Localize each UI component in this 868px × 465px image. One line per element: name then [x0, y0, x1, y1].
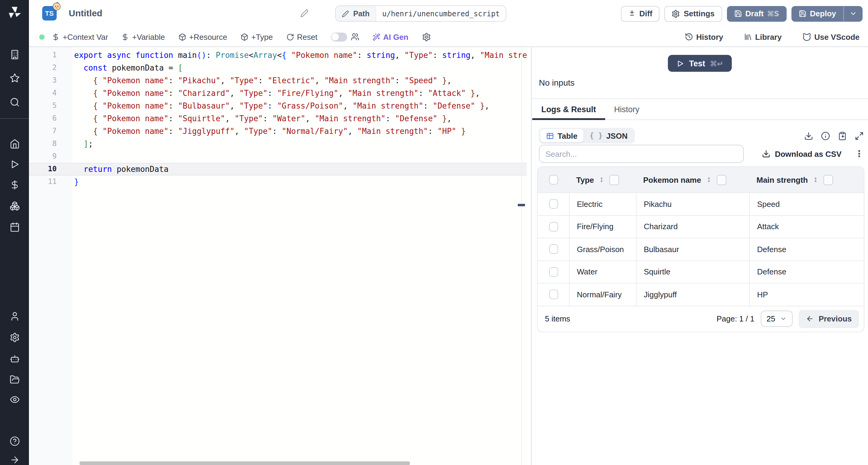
code-editor[interactable]: 1234567891011 export async function main…	[29, 47, 527, 465]
page-indicator: Page: 1 / 1	[716, 314, 754, 323]
code-line[interactable]: { "Pokemon name": "Jigglypuff", "Type": …	[72, 125, 527, 138]
reset-button[interactable]: Reset	[286, 32, 317, 41]
sort-icon[interactable]	[598, 176, 606, 183]
tab-history[interactable]: History	[614, 99, 640, 119]
table-row[interactable]: Grass/PoisonBulbasaurDefense	[538, 238, 864, 260]
table-cell: Squirtle	[636, 261, 749, 283]
editor-horizontal-scrollbar[interactable]	[80, 461, 410, 465]
run-panel: Test ⌘↵ No inputs Logs & Result History …	[532, 47, 868, 465]
page-size-select[interactable]: 25	[761, 311, 793, 327]
code-line[interactable]: { "Pokemon name": "Squirtle", "Type": "W…	[72, 112, 527, 125]
download-result-icon[interactable]	[804, 131, 813, 140]
sort-icon[interactable]	[812, 176, 819, 183]
resources-icon[interactable]	[9, 201, 20, 211]
use-vscode-button[interactable]: Use VScode	[802, 32, 860, 41]
row-checkbox[interactable]	[549, 290, 558, 299]
table-cell: Electric	[569, 193, 636, 215]
table-menu-icon[interactable]: ⋮	[855, 149, 864, 158]
help-icon[interactable]	[9, 436, 20, 446]
copy-to-clipboard-icon[interactable]	[838, 131, 847, 140]
ai-gen-button[interactable]: AI Gen	[372, 32, 408, 41]
dollar-icon	[52, 33, 60, 41]
table-row[interactable]: ElectricPikachuSpeed	[538, 193, 864, 215]
code-line[interactable]	[72, 150, 527, 163]
download-csv-button[interactable]: Download as CSV	[758, 149, 845, 159]
search-icon[interactable]	[9, 97, 20, 107]
table-icon	[546, 132, 554, 140]
result-actions	[804, 131, 864, 140]
code-line[interactable]: export async function main(): Promise<Ar…	[72, 49, 527, 61]
code-line[interactable]: }	[72, 175, 527, 188]
column-option-checkbox[interactable]	[824, 175, 833, 185]
expand-sidebar-icon[interactable]	[9, 455, 20, 465]
row-checkbox[interactable]	[549, 199, 558, 209]
editor-settings-button[interactable]	[422, 32, 431, 41]
schedules-icon[interactable]	[9, 222, 20, 232]
code-line[interactable]: { "Pokemon name": "Charizard", "Type": "…	[72, 87, 527, 99]
history-button[interactable]: History	[685, 32, 723, 41]
history-icon	[685, 33, 693, 41]
chevron-down-icon[interactable]	[849, 10, 857, 18]
folders-icon[interactable]	[9, 375, 20, 385]
search-input[interactable]	[539, 145, 744, 163]
editor-vertical-scrollbar[interactable]	[521, 47, 522, 465]
add-variable-button[interactable]: +Variable	[121, 32, 165, 41]
favorites-icon[interactable]	[9, 73, 20, 83]
chevron-down-icon	[780, 315, 786, 322]
library-button[interactable]: Library	[744, 32, 782, 41]
path-value: u/henri/unencumbered_script	[376, 6, 506, 21]
runs-icon[interactable]	[9, 159, 20, 170]
result-table: TypePokemon nameMain strength ElectricPi…	[537, 167, 864, 332]
audit-logs-icon[interactable]	[9, 395, 20, 405]
add-type-button[interactable]: +Type	[241, 32, 273, 41]
collaborator-avatar	[52, 1, 61, 11]
table-row[interactable]: Normal/FairyJigglypuffHP	[538, 283, 864, 306]
code-area[interactable]: export async function main(): Promise<Ar…	[72, 47, 527, 465]
table-row[interactable]: WaterSquirtleDefense	[538, 260, 864, 283]
row-checkbox[interactable]	[549, 267, 558, 277]
draft-button[interactable]: Draft ⌘S	[727, 6, 786, 21]
code-line[interactable]: const pokemonData = [	[72, 61, 527, 74]
column-option-checkbox[interactable]	[717, 175, 726, 185]
path-label-chip[interactable]: Path	[336, 6, 376, 21]
windmill-logo-icon[interactable]	[7, 5, 22, 20]
gear-icon	[422, 32, 431, 41]
add-context-var-button[interactable]: +Context Var	[52, 32, 108, 41]
code-line[interactable]: ];	[72, 138, 527, 150]
code-line[interactable]: { "Pokemon name": "Bulbasaur", "Type": "…	[72, 99, 527, 112]
table-body: ElectricPikachuSpeedFire/FlyingCharizard…	[538, 193, 864, 306]
dollar-icon	[121, 33, 129, 41]
table-cell: Bulbasaur	[636, 238, 749, 260]
workspace-settings-icon[interactable]	[9, 332, 20, 343]
variables-icon[interactable]	[9, 180, 20, 190]
sort-icon[interactable]	[705, 176, 712, 183]
code-line[interactable]: return pokemonData	[72, 163, 527, 175]
workspace-icon[interactable]	[9, 50, 20, 60]
deploy-button[interactable]: Deploy	[791, 6, 863, 21]
view-table-button[interactable]: Table	[540, 129, 584, 142]
expand-icon[interactable]	[855, 131, 864, 140]
row-checkbox[interactable]	[549, 244, 558, 254]
info-icon[interactable]	[821, 131, 830, 140]
workers-icon[interactable]	[9, 353, 20, 364]
package-icon	[241, 33, 248, 41]
diff-button[interactable]: Diff	[621, 6, 659, 21]
table-cell: Attack	[749, 215, 864, 238]
home-icon[interactable]	[9, 139, 20, 149]
tab-logs-result[interactable]: Logs & Result	[541, 99, 596, 119]
code-line[interactable]: { "Pokemon name": "Pikachu", "Type": "El…	[72, 74, 527, 87]
line-number: 6	[29, 112, 72, 125]
multiplayer-toggle[interactable]	[331, 32, 347, 41]
row-checkbox[interactable]	[549, 222, 558, 232]
previous-page-button[interactable]: Previous	[799, 310, 859, 328]
edit-summary-icon[interactable]	[300, 9, 309, 18]
path-field[interactable]: Path u/henri/unencumbered_script	[335, 5, 506, 22]
select-all-checkbox[interactable]	[549, 175, 558, 184]
table-row[interactable]: Fire/FlyingCharizardAttack	[538, 215, 864, 238]
test-button[interactable]: Test ⌘↵	[668, 55, 732, 72]
settings-button[interactable]: Settings	[664, 6, 722, 21]
account-icon[interactable]	[9, 311, 20, 321]
view-json-button[interactable]: { } JSON	[584, 129, 633, 142]
add-resource-button[interactable]: +Resource	[178, 32, 227, 41]
column-option-checkbox[interactable]	[610, 175, 619, 185]
